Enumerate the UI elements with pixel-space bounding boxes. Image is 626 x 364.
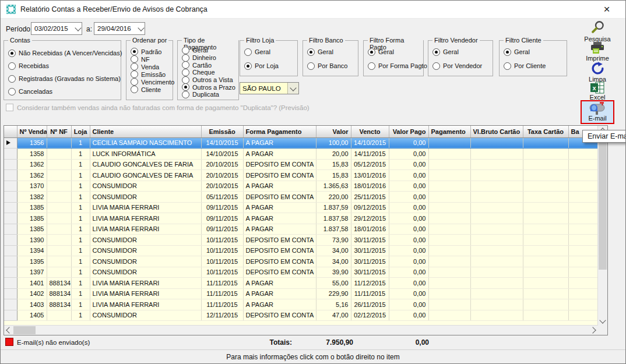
cell: LIVIA MARIA FERRARI <box>90 299 201 310</box>
email-button[interactable]: E-mail <box>581 100 614 124</box>
table-row[interactable]: 13851LIVIA MARIA FERRARI09/11/2015A PAGA… <box>4 202 598 213</box>
cell: 0,00 <box>389 288 428 299</box>
radio-por-vendedor[interactable]: Por Vendedor <box>432 59 491 73</box>
radio-cartao[interactable]: Cartão <box>182 61 237 69</box>
radio-padrao[interactable]: Padrão <box>131 48 171 55</box>
scroll-down-icon[interactable] <box>599 317 606 323</box>
cell: DEPOSITO EM CONTA <box>243 159 316 170</box>
limpa-button[interactable]: Limpa <box>575 61 620 83</box>
cell <box>568 192 598 203</box>
horizontal-scrollbar-thumb[interactable] <box>13 326 36 334</box>
column-header-taxa-cartao[interactable]: Taxa Cartão <box>523 126 568 137</box>
table-row[interactable]: 13851LIVIA MARIA FERRARI09/11/2015A PAGA… <box>4 213 598 224</box>
table-row[interactable]: 13951CONSUMIDOR10/11/2015DEPOSITO EM CON… <box>4 256 598 267</box>
radio-emissao[interactable]: Emissão <box>131 70 171 78</box>
column-header-vencto[interactable]: Vencto <box>351 126 389 137</box>
radio-duplicata[interactable]: Duplicata <box>182 91 237 98</box>
column-header-forma-pagamento[interactable]: Forma Pagamento <box>243 126 316 137</box>
groupbox-filtro-banco: Filtro Banco GeralPor Banco <box>303 40 358 76</box>
radio-cheque[interactable]: Cheque <box>182 69 237 76</box>
cell <box>428 202 470 213</box>
column-header-valor-pago[interactable]: Valor Pago <box>389 126 428 137</box>
cell: 5,16 <box>316 299 351 310</box>
radio-registradas-gravadas-no-sistema[interactable]: Registradas (Gravadas no Sistema) <box>8 72 119 85</box>
radio-outros-a-vista[interactable]: Outros a Vista <box>182 76 237 84</box>
table-row[interactable]: 13901CONSUMIDOR10/11/2015DEPOSITO EM CON… <box>4 235 598 246</box>
cell: A PAGAR <box>243 137 316 149</box>
periodo-from-combobox[interactable]: 03/02/2015 <box>31 22 82 35</box>
table-row[interactable]: 13701CONSUMIDOR20/10/2015A PAGAR1.365,63… <box>4 181 598 192</box>
cell <box>47 245 71 256</box>
vertical-scrollbar[interactable] <box>597 126 607 326</box>
radio-geral[interactable]: Geral <box>182 47 237 54</box>
radio-por-loja[interactable]: Por Loja <box>244 59 296 73</box>
radio-canceladas[interactable]: Canceladas <box>8 85 119 98</box>
cell: A PAGAR <box>243 149 316 160</box>
column-header-loja[interactable]: Loja <box>71 126 90 137</box>
combobox-dropdown-button[interactable] <box>287 83 298 94</box>
table-row[interactable]: 13621CLAUDIO GONCALVES DE FARIA20/10/201… <box>4 159 598 170</box>
radio-nf[interactable]: NF <box>131 55 171 63</box>
radio-geral[interactable]: Geral <box>504 45 565 59</box>
column-header-emissao[interactable]: Emissão <box>201 126 243 137</box>
pesquisa-button[interactable]: Pesquisa <box>575 20 620 43</box>
radio-recebidas[interactable]: Recebidas <box>8 59 119 72</box>
radio-label: Padrão <box>141 48 161 55</box>
column-header-valor[interactable]: Valor <box>316 126 351 137</box>
excel-icon: x <box>590 82 604 94</box>
loja-combobox[interactable]: SÃO PAULO <box>240 82 299 94</box>
column-header-vl-bruto-cartao[interactable]: Vl.Bruto Cartão <box>470 126 523 137</box>
horizontal-scrollbar[interactable] <box>4 325 598 335</box>
scroll-right-icon[interactable] <box>589 327 596 333</box>
radio-dinheiro[interactable]: Dinheiro <box>182 54 237 62</box>
radio-label: Não Recebidas (A Vencer/Vencidas) <box>19 50 122 56</box>
cell: 13/01/2016 <box>351 170 389 181</box>
table-row[interactable]: 13621CLAUDIO GONCALVES DE FARIA20/10/201… <box>4 170 598 181</box>
cell <box>428 288 470 299</box>
column-header-n-nf[interactable]: Nº NF <box>47 126 71 137</box>
table-row[interactable]: 13851LIVIA MARIA FERRARI09/11/2015A PAGA… <box>4 224 598 235</box>
table-row[interactable]: 14038881341LIVIA MARIA FERRARI11/11/2015… <box>4 299 598 310</box>
cell: 0,00 <box>389 278 428 289</box>
column-header-pagamento[interactable]: Pagamento <box>428 126 470 137</box>
table-row[interactable]: 13821CONSUMIDOR05/11/2015DEPOSITO EM CON… <box>4 192 598 203</box>
radio-outros-a-prazo[interactable]: Outros a Prazo <box>182 83 237 91</box>
radio-label: Por Loja <box>255 62 279 69</box>
column-header-n-venda[interactable]: Nº Venda <box>17 126 47 137</box>
radio-selected-icon <box>182 83 189 91</box>
cell: 1403 <box>17 299 47 310</box>
cell: 1 <box>71 278 90 289</box>
table-row[interactable]: 14028881341LIVIA MARIA FERRARI11/11/2015… <box>4 288 598 299</box>
radio-geral[interactable]: Geral <box>244 45 296 59</box>
row-indicator-cell <box>4 149 17 160</box>
table-row[interactable]: 13561CECILIA SAMPAIO NASCIMENTO14/10/201… <box>4 137 598 149</box>
radio-selected-icon <box>368 48 375 56</box>
cell: 09/11/2015 <box>201 213 243 224</box>
table-row[interactable]: 13941CONSUMIDOR10/11/2015DEPOSITO EM CON… <box>4 245 598 256</box>
table-row[interactable]: 14051CONSUMIDOR12/11/2015DEPOSITO EM CON… <box>4 310 598 321</box>
radio-cliente[interactable]: Cliente <box>131 86 171 93</box>
imprime-button[interactable]: Imprime <box>575 41 620 62</box>
radio-icon <box>131 70 138 78</box>
excel-button[interactable]: x Excel <box>575 82 620 101</box>
radio-label: Duplicata <box>192 91 219 98</box>
radio-venda[interactable]: Venda <box>131 63 171 70</box>
periodo-to-combobox[interactable]: 29/04/2016 <box>94 22 145 35</box>
table-row[interactable]: 13581LUCK INFORMÁTICA14/10/2015A PAGAR20… <box>4 149 598 160</box>
radio-nao-recebidas-a-vencer-vencidas[interactable]: Não Recebidas (A Vencer/Vencidas) <box>8 47 119 59</box>
radio-vencimento[interactable]: Vencimento <box>131 78 171 86</box>
radio-por-cliente[interactable]: Por Cliente <box>504 59 565 73</box>
vertical-scrollbar-thumb[interactable] <box>599 136 607 270</box>
search-icon <box>590 20 606 36</box>
table-row[interactable]: 13971CONSUMIDOR10/11/2015DEPOSITO EM CON… <box>4 267 598 278</box>
previsao-checkbox[interactable]: Considerar também vendas ainda não fatur… <box>6 104 310 111</box>
radio-geral[interactable]: Geral <box>368 45 422 59</box>
table-row[interactable]: 14018881341LIVIA MARIA FERRARI11/11/2015… <box>4 278 598 289</box>
scroll-left-icon[interactable] <box>6 327 12 333</box>
radio-por-forma-pagto[interactable]: Por Forma Pagto <box>368 59 422 73</box>
radio-por-banco[interactable]: Por Banco <box>307 59 357 73</box>
cell <box>523 149 568 160</box>
column-header-cliente[interactable]: Cliente <box>90 126 201 137</box>
radio-geral[interactable]: Geral <box>432 45 491 59</box>
radio-geral[interactable]: Geral <box>307 45 357 59</box>
